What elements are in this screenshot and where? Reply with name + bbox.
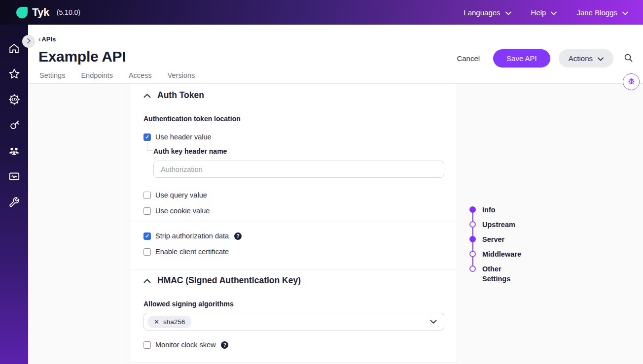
help-menu[interactable]: Help — [531, 8, 557, 17]
signing-algorithms-select[interactable]: ✕ sha256 — [143, 313, 444, 331]
user-menu[interactable]: Jane Bloggs — [576, 8, 628, 17]
page-title: Example API — [38, 48, 126, 65]
algorithm-tag: ✕ sha256 — [147, 316, 191, 328]
cancel-button[interactable]: Cancel — [452, 50, 485, 66]
stepper-dot-hollow — [469, 265, 476, 272]
help-icon[interactable]: ? — [221, 341, 228, 349]
strip-authorization-label: Strip authorization data — [155, 232, 229, 240]
use-cookie-checkbox[interactable] — [143, 207, 151, 215]
section-stepper: Info Upstream Server Middleware Other Se… — [469, 206, 538, 290]
languages-menu-label: Languages — [464, 8, 500, 17]
user-menu-label: Jane Bloggs — [576, 8, 617, 17]
hmac-section-toggle[interactable]: HMAC (Signed Authentication Key) — [143, 275, 443, 286]
settings-panel: Auth Token Authentication token location… — [130, 84, 457, 364]
sidebar-item-monitoring[interactable] — [8, 171, 21, 184]
sidebar-collapse-button[interactable] — [22, 35, 35, 48]
use-header-checkbox[interactable] — [143, 133, 151, 141]
algorithm-tag-label: sha256 — [163, 318, 185, 326]
chevron-down-icon — [551, 8, 557, 17]
enable-client-certificate-checkbox[interactable] — [143, 248, 151, 256]
chevron-down-icon — [430, 317, 437, 326]
auth-token-section: Auth Token Authentication token location… — [130, 84, 457, 221]
monitor-clock-skew-label: Monitor clock skew — [155, 341, 215, 349]
strip-authorization-checkbox[interactable] — [143, 232, 151, 240]
key-icon — [8, 119, 21, 133]
auth-token-section-title: Auth Token — [157, 90, 204, 100]
tab-bar: Settings Endpoints Access Versions — [39, 71, 195, 79]
save-api-button[interactable]: Save API — [493, 49, 550, 67]
help-menu-label: Help — [531, 8, 546, 17]
users-icon — [7, 144, 21, 160]
remove-tag-icon[interactable]: ✕ — [154, 319, 159, 325]
topbar: Tyk (5.10.0) Languages Help Jane Bloggs — [0, 0, 643, 25]
version-label: (5.10.0) — [57, 8, 80, 16]
sidebar-item-keys[interactable] — [8, 120, 21, 132]
sidebar-item-home[interactable] — [8, 43, 21, 56]
stepper-dot-hollow — [469, 251, 476, 257]
debug-button[interactable] — [623, 73, 640, 90]
tyk-logo[interactable]: Tyk (5.10.0) — [16, 6, 80, 19]
help-icon[interactable]: ? — [234, 232, 242, 240]
stepper-item-upstream[interactable]: Upstream — [469, 221, 538, 235]
breadcrumb[interactable]: ‹ APIs — [38, 35, 56, 43]
tab-versions[interactable]: Versions — [168, 71, 195, 79]
monitor-activity-icon — [8, 170, 21, 185]
chevron-down-icon — [622, 8, 628, 17]
tab-endpoints[interactable]: Endpoints — [81, 71, 113, 79]
signing-algorithms-label: Allowed signing algorithms — [143, 300, 443, 308]
stepper-dot-filled — [469, 236, 476, 242]
tyk-logo-text: Tyk — [32, 6, 49, 19]
stepper-dot-filled — [469, 206, 476, 213]
chevron-up-icon — [143, 276, 151, 285]
use-cookie-label: Use cookie value — [155, 207, 210, 215]
breadcrumb-label: APIs — [41, 35, 56, 43]
hmac-section: HMAC (Signed Authentication Key) Allowed… — [130, 269, 457, 363]
actions-button-label: Actions — [569, 54, 593, 63]
star-icon — [8, 67, 21, 82]
hmac-section-title: HMAC (Signed Authentication Key) — [157, 275, 301, 286]
stepper-dot-hollow — [469, 221, 476, 228]
sidebar-item-users[interactable] — [8, 145, 21, 158]
enable-client-certificate-label: Enable client certificate — [155, 248, 229, 256]
auth-options-section: Strip authorization data ? Enable client… — [130, 221, 457, 269]
sidebar-nav — [0, 25, 28, 364]
search-button[interactable] — [622, 51, 635, 66]
tyk-logo-icon — [16, 7, 28, 18]
chevron-down-icon — [505, 8, 511, 17]
wrench-icon — [8, 196, 20, 210]
stepper-item-info[interactable]: Info — [469, 206, 538, 221]
page-header: ‹ APIs Example API Settings Endpoints Ac… — [28, 25, 643, 84]
stepper-item-server[interactable]: Server — [469, 235, 538, 250]
sidebar-item-favorites[interactable] — [8, 68, 21, 81]
chevron-right-icon — [27, 37, 31, 46]
monitor-clock-skew-checkbox[interactable] — [143, 341, 151, 349]
languages-menu[interactable]: Languages — [464, 8, 511, 17]
chevron-left-icon: ‹ — [38, 35, 40, 43]
search-icon — [624, 53, 633, 64]
use-query-checkbox[interactable] — [143, 192, 151, 199]
chevron-down-icon — [598, 54, 604, 63]
token-location-label: Authentication token location — [143, 115, 443, 123]
stepper-item-middleware[interactable]: Middleware — [469, 250, 538, 265]
auth-key-header-name-input[interactable] — [153, 161, 444, 178]
use-query-label: Use query value — [155, 191, 207, 199]
actions-button[interactable]: Actions — [559, 49, 613, 67]
use-header-label: Use header value — [155, 133, 212, 141]
bug-icon — [627, 77, 636, 87]
stepper-item-other-settings[interactable]: Other Settings — [469, 265, 538, 290]
sidebar-item-tools[interactable] — [8, 197, 21, 209]
tab-access[interactable]: Access — [129, 71, 152, 79]
sidebar-item-apis[interactable] — [8, 94, 21, 107]
auth-token-section-toggle[interactable]: Auth Token — [143, 90, 443, 100]
gear-code-icon — [8, 93, 21, 108]
main-content: Auth Token Authentication token location… — [28, 84, 643, 364]
home-icon — [8, 42, 20, 57]
tab-settings[interactable]: Settings — [39, 71, 65, 79]
chevron-up-icon — [143, 91, 151, 100]
auth-key-header-name-label: Auth key header name — [153, 147, 443, 155]
